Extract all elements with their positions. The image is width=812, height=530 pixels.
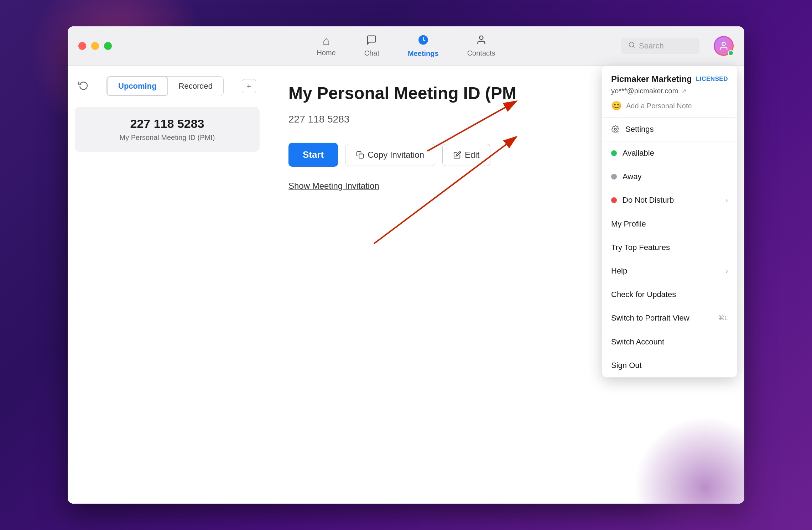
available-status-dot — [611, 150, 617, 156]
sidebar: Upcoming Recorded + 227 118 5283 My Pers… — [68, 66, 267, 504]
note-emoji-icon: 😊 — [611, 101, 622, 111]
try-top-features-label: Try Top Features — [611, 243, 670, 252]
switch-portrait-shortcut: ⌘L — [718, 314, 728, 322]
svg-point-10 — [614, 128, 616, 130]
help-label: Help — [611, 266, 627, 276]
add-meeting-button[interactable]: + — [242, 79, 256, 93]
search-placeholder: Search — [639, 41, 664, 51]
check-updates-label: Check for Updates — [611, 290, 676, 299]
maximize-button[interactable] — [104, 42, 112, 50]
licensed-badge: LICENSED — [696, 76, 728, 83]
settings-label: Settings — [625, 125, 654, 134]
tab-chat[interactable]: Chat — [350, 31, 394, 61]
recorded-tab[interactable]: Recorded — [168, 77, 223, 96]
dropdown-email-row: yo***@picmaker.com ↗ — [611, 87, 728, 95]
contacts-icon — [476, 35, 486, 47]
dropdown-status-section: Available Away Do Not Disturb › — [602, 141, 737, 212]
dropdown-user-row: Picmaker Marketing LICENSED — [611, 74, 728, 84]
dropdown-item-try-top-features[interactable]: Try Top Features — [602, 236, 737, 259]
copy-invitation-button[interactable]: Copy Invitation — [345, 144, 435, 166]
dropdown-note-row[interactable]: 😊 Add a Personal Note — [611, 101, 728, 111]
minimize-button[interactable] — [91, 42, 99, 50]
home-icon: ⌂ — [323, 35, 330, 47]
upcoming-tab[interactable]: Upcoming — [107, 77, 168, 96]
dropdown-header: Picmaker Marketing LICENSED yo***@picmak… — [602, 66, 737, 118]
away-label: Away — [623, 172, 641, 181]
start-button[interactable]: Start — [288, 143, 338, 167]
switch-account-label: Switch Account — [611, 337, 664, 347]
close-button[interactable] — [78, 42, 86, 50]
app-window: ⌂ Home Chat Meetings — [68, 26, 744, 504]
tab-chat-label: Chat — [364, 49, 379, 57]
svg-line-3 — [633, 46, 635, 47]
dnd-status-dot — [611, 197, 617, 203]
dropdown-item-sign-out[interactable]: Sign Out — [602, 354, 737, 377]
avatar-status-indicator — [728, 50, 734, 56]
title-bar: ⌂ Home Chat Meetings — [68, 26, 744, 66]
note-placeholder: Add a Personal Note — [626, 102, 692, 110]
dropdown-item-help[interactable]: Help › — [602, 259, 737, 283]
sidebar-header: Upcoming Recorded + — [75, 76, 260, 96]
my-profile-label: My Profile — [611, 219, 646, 229]
svg-point-2 — [629, 42, 634, 47]
meeting-card-label: My Personal Meeting ID (PMI) — [85, 134, 249, 142]
meetings-tab-group: Upcoming Recorded — [106, 76, 224, 96]
dnd-chevron-icon: › — [725, 196, 728, 204]
edit-label: Edit — [465, 150, 479, 160]
search-icon — [628, 41, 635, 51]
dropdown-item-do-not-disturb[interactable]: Do Not Disturb › — [602, 188, 737, 212]
tab-home[interactable]: ⌂ Home — [302, 31, 350, 61]
help-chevron-icon: › — [725, 267, 728, 275]
switch-portrait-label: Switch to Portrait View — [611, 313, 689, 323]
chat-icon — [366, 35, 377, 47]
dropdown-username: Picmaker Marketing — [611, 74, 692, 84]
svg-point-1 — [479, 36, 483, 39]
refresh-button[interactable] — [78, 80, 88, 93]
tab-contacts[interactable]: Contacts — [453, 31, 510, 61]
email-arrow-icon: ↗ — [682, 88, 686, 94]
dropdown-item-settings[interactable]: Settings — [602, 118, 737, 141]
dropdown-profile-section: My Profile Try Top Features Help › Check… — [602, 212, 737, 330]
tab-contacts-label: Contacts — [467, 49, 495, 57]
available-label: Available — [623, 149, 654, 158]
avatar-button[interactable] — [714, 36, 734, 56]
away-status-dot — [611, 174, 617, 180]
edit-button[interactable]: Edit — [442, 144, 490, 166]
svg-rect-5 — [359, 154, 364, 158]
dropdown-item-switch-to-portrait[interactable]: Switch to Portrait View ⌘L — [602, 306, 737, 330]
dropdown-email: yo***@picmaker.com — [611, 87, 678, 95]
dnd-label: Do Not Disturb — [623, 196, 674, 205]
dropdown-menu: Picmaker Marketing LICENSED yo***@picmak… — [602, 66, 737, 378]
dropdown-item-available[interactable]: Available — [602, 141, 737, 165]
gear-icon — [611, 125, 620, 134]
meeting-card[interactable]: 227 118 5283 My Personal Meeting ID (PMI… — [75, 107, 260, 152]
window-controls — [78, 42, 112, 50]
dropdown-item-switch-account[interactable]: Switch Account — [602, 330, 737, 354]
dropdown-settings-section: Settings — [602, 118, 737, 141]
navigation-tabs: ⌂ Home Chat Meetings — [302, 31, 509, 61]
tab-meetings-label: Meetings — [408, 50, 439, 58]
dropdown-item-check-for-updates[interactable]: Check for Updates — [602, 283, 737, 306]
tab-home-label: Home — [317, 49, 335, 57]
dropdown-account-section: Switch Account Sign Out — [602, 330, 737, 378]
dropdown-item-away[interactable]: Away — [602, 165, 737, 188]
meetings-icon — [417, 34, 429, 47]
tab-meetings[interactable]: Meetings — [394, 31, 453, 61]
search-bar[interactable]: Search — [621, 38, 699, 54]
dropdown-item-my-profile[interactable]: My Profile — [602, 212, 737, 236]
sign-out-label: Sign Out — [611, 361, 642, 370]
svg-point-4 — [722, 42, 725, 45]
meeting-card-id: 227 118 5283 — [85, 117, 249, 131]
copy-invitation-label: Copy Invitation — [368, 150, 424, 160]
